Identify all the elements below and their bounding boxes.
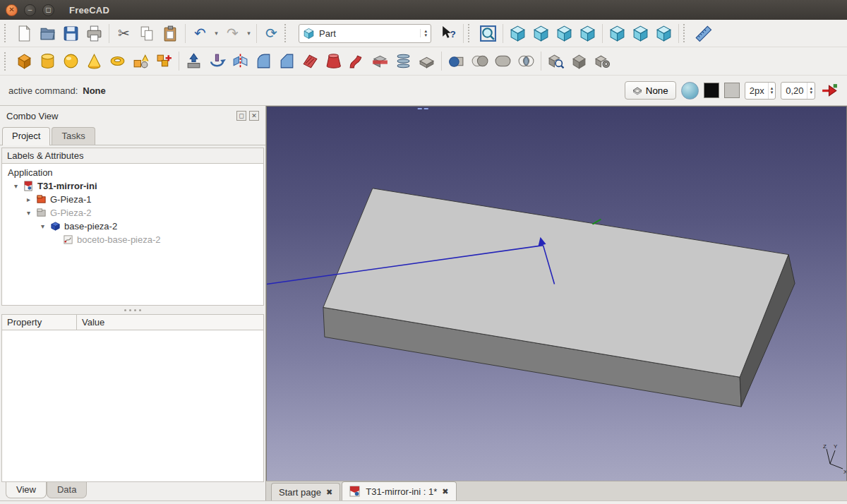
cut-button[interactable]: ✂ <box>112 22 136 44</box>
part-fillet-button[interactable] <box>252 50 275 73</box>
front-view-button[interactable] <box>529 22 553 44</box>
toolbar-grip[interactable] <box>468 24 473 42</box>
fit-all-button[interactable] <box>476 22 500 44</box>
left-view-button[interactable] <box>652 22 675 44</box>
close-tab-icon[interactable]: ✖ <box>442 487 448 496</box>
apply-style-button[interactable] <box>820 79 839 102</box>
part-section-button[interactable] <box>368 50 392 73</box>
dock-float-button[interactable]: ◻ <box>236 111 246 121</box>
tree-item-application[interactable]: Application <box>2 166 263 179</box>
part-union-button[interactable] <box>491 50 515 73</box>
part-convert-to-solid-button[interactable] <box>567 50 591 73</box>
new-document-button[interactable] <box>13 22 36 44</box>
toolbar-grip[interactable] <box>4 24 9 42</box>
measure-distance-button[interactable] <box>692 22 715 44</box>
part-intersection-button[interactable] <box>515 50 538 73</box>
tree-item-document[interactable]: ▾ T31-mirror-ini <box>2 179 263 193</box>
part-sweep-button[interactable] <box>345 50 368 73</box>
panel-splitter[interactable] <box>0 306 265 314</box>
open-document-button[interactable] <box>36 22 59 44</box>
line-width-spinner[interactable]: 2px ▴▾ <box>745 82 776 100</box>
tree-item-boceto-base-pieza-2[interactable]: boceto-base-pieza-2 <box>2 233 263 246</box>
part-cut-button[interactable] <box>468 50 491 73</box>
tab-start-page[interactable]: Start page ✖ <box>271 483 340 500</box>
print-button[interactable] <box>83 22 106 44</box>
part-torus-button[interactable] <box>106 50 129 73</box>
bottom-view-button[interactable] <box>629 22 652 44</box>
refresh-button[interactable]: ⟳ <box>260 22 283 44</box>
face-color-swatch[interactable] <box>724 83 740 98</box>
top-view-button[interactable] <box>553 22 576 44</box>
part-convert-to-solid-icon <box>570 52 588 70</box>
window-close-button[interactable]: ✕ <box>6 4 18 16</box>
part-primitives-button[interactable] <box>129 50 152 73</box>
workbench-selector[interactable]: Part ▴▾ <box>299 24 431 43</box>
part-mirror-button[interactable] <box>229 50 252 73</box>
spinner-arrows-icon[interactable]: ▴▾ <box>768 83 776 99</box>
paste-button[interactable] <box>159 22 182 44</box>
window-maximize-button[interactable]: ◻ <box>42 4 54 16</box>
save-document-button[interactable] <box>59 22 83 44</box>
combo-view-header[interactable]: Combo View ◻ ✕ <box>0 106 265 126</box>
expander-closed-icon[interactable]: ▸ <box>25 196 32 203</box>
expander-open-icon[interactable]: ▾ <box>25 209 32 217</box>
property-column-header[interactable]: Property <box>2 315 77 330</box>
toolbar-grip[interactable] <box>284 24 289 42</box>
line-color-swatch[interactable] <box>704 83 719 98</box>
part-extrude-button[interactable] <box>182 50 205 73</box>
axonometric-view-button[interactable] <box>506 22 529 44</box>
tab-view[interactable]: View <box>6 482 47 498</box>
part-offset-button[interactable] <box>415 50 438 73</box>
copy-button[interactable] <box>136 22 159 44</box>
part-shapebuilder-button[interactable] <box>152 50 176 73</box>
text-size-spinner[interactable]: 0,20 ▴▾ <box>781 82 815 100</box>
part-ruled-surface-button[interactable] <box>299 50 322 73</box>
part-revolve-button[interactable] <box>205 50 229 73</box>
expander-open-icon[interactable]: ▾ <box>39 222 47 230</box>
line-width-value: 2px <box>750 85 764 96</box>
new-document-icon <box>16 25 33 42</box>
part-cylinder-icon <box>39 52 56 70</box>
redo-button[interactable]: ↷ <box>221 22 244 44</box>
part-loft-button[interactable] <box>322 50 345 73</box>
property-table-body[interactable] <box>1 330 264 482</box>
close-tab-icon[interactable]: ✖ <box>326 488 332 497</box>
3d-viewport[interactable]: Z Y X <box>266 106 847 481</box>
window-minimize-button[interactable]: – <box>24 4 36 16</box>
dock-close-button[interactable]: ✕ <box>249 111 259 121</box>
spinner-arrows-icon[interactable]: ▴▾ <box>807 83 815 99</box>
part-cone-button[interactable] <box>83 50 106 73</box>
toolbar-grip[interactable] <box>683 24 688 42</box>
autogroup-button[interactable]: None <box>625 81 676 100</box>
toolbar-grip[interactable] <box>4 52 9 71</box>
undo-dropdown-button[interactable]: ▾ <box>212 22 221 44</box>
construction-mode-button[interactable] <box>681 82 699 100</box>
part-refine-shape-button[interactable] <box>591 50 614 73</box>
part-sphere-button[interactable] <box>59 50 83 73</box>
value-column-header[interactable]: Value <box>77 315 263 330</box>
slab-solid[interactable] <box>323 188 795 407</box>
tab-data[interactable]: Data <box>47 482 87 498</box>
model-tree[interactable]: Application ▾ T31-mirror-ini ▸ G-Pieza-1… <box>1 164 264 306</box>
tab-project[interactable]: Project <box>2 127 50 145</box>
part-box-button[interactable] <box>13 50 36 73</box>
solid-body-icon <box>50 221 61 232</box>
tree-item-base-pieza-2[interactable]: ▾ base-pieza-2 <box>2 220 263 233</box>
part-chamfer-button[interactable] <box>275 50 299 73</box>
tab-active-document[interactable]: T31-mirror-ini : 1* ✖ <box>342 481 456 500</box>
rear-view-button[interactable] <box>606 22 629 44</box>
part-cross-sections-button[interactable] <box>392 50 415 73</box>
tab-tasks[interactable]: Tasks <box>52 127 95 145</box>
undo-button[interactable]: ↶ <box>188 22 212 44</box>
tree-item-g-pieza-2[interactable]: ▾ G-Pieza-2 <box>2 206 263 220</box>
expander-open-icon[interactable]: ▾ <box>12 182 20 190</box>
part-revolve-icon <box>208 52 226 70</box>
tree-item-g-pieza-1[interactable]: ▸ G-Pieza-1 <box>2 193 263 206</box>
whats-this-button[interactable]: ? <box>437 22 460 44</box>
title-bar[interactable]: ✕ – ◻ FreeCAD <box>0 0 847 20</box>
part-boolean-button[interactable] <box>445 50 468 73</box>
part-cylinder-button[interactable] <box>36 50 59 73</box>
redo-dropdown-button[interactable]: ▾ <box>244 22 253 44</box>
part-check-geometry-button[interactable] <box>544 50 567 73</box>
right-view-button[interactable] <box>576 22 599 44</box>
